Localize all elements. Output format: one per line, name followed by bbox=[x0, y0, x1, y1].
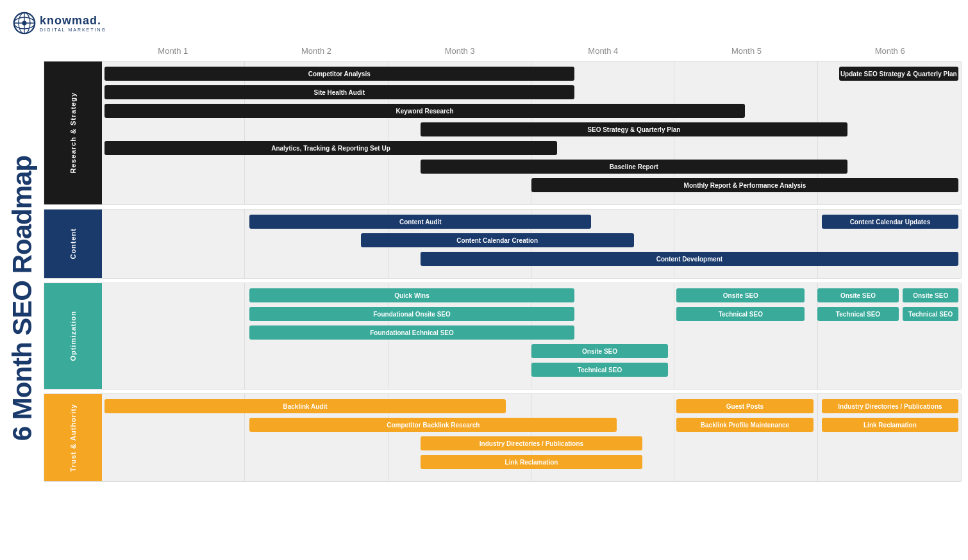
gantt-wrapper: Month 1 Month 2 Month 3 Month 4 Month 5 … bbox=[38, 44, 962, 554]
section-label-text-optimization: Optimization bbox=[69, 311, 77, 361]
task-bar: Foundational Onsite SEO bbox=[249, 307, 574, 321]
section-label-text-content: Content bbox=[69, 228, 77, 259]
task-bar: Competitor Backlink Research bbox=[249, 418, 617, 432]
task-bar: Monthly Report & Performance Analysis bbox=[531, 178, 958, 192]
section-trust: Trust & AuthorityBacklink AuditGuest Pos… bbox=[44, 393, 962, 482]
section-label-text-trust: Trust & Authority bbox=[69, 404, 77, 472]
section-label-text-research: Research & Strategy bbox=[69, 92, 77, 174]
logo-area: knowmad. DIGITAL MARKETING bbox=[13, 12, 106, 35]
month-2-label: Month 2 bbox=[245, 44, 388, 58]
task-bar: Onsite SEO bbox=[903, 288, 958, 302]
section-optimization: OptimizationQuick WinsOnsite SEOOnsite S… bbox=[44, 283, 962, 390]
task-bar: Onsite SEO bbox=[531, 344, 668, 358]
task-bar: Quick Wins bbox=[249, 288, 574, 302]
task-bar: Link Reclamation bbox=[822, 418, 958, 432]
task-bar: Update SEO Strategy & Quarterly Plan bbox=[839, 67, 958, 81]
logo-name: knowmad. bbox=[40, 14, 106, 28]
header: knowmad. DIGITAL MARKETING bbox=[6, 6, 962, 40]
month-3-label: Month 3 bbox=[388, 44, 531, 58]
logo-text: knowmad. DIGITAL MARKETING bbox=[40, 14, 106, 32]
section-content-optimization: Quick WinsOnsite SEOOnsite SEOOnsite SEO… bbox=[102, 283, 961, 389]
section-content: ContentContent AuditContent Calendar Upd… bbox=[44, 209, 962, 279]
task-bar: Competitor Analysis bbox=[104, 67, 574, 81]
task-bar: Analytics, Tracking & Reporting Set Up bbox=[104, 141, 557, 155]
task-bar: Content Audit bbox=[249, 215, 591, 229]
task-bar: Technical SEO bbox=[531, 363, 668, 377]
task-bar: Foundational Echnical SEO bbox=[249, 325, 574, 340]
page-wrapper: knowmad. DIGITAL MARKETING 6 Month SEO R… bbox=[0, 0, 968, 560]
task-bar: Onsite SEO bbox=[817, 288, 899, 302]
task-bar: Guest Posts bbox=[676, 399, 813, 413]
section-research: Research & StrategyCompetitor AnalysisUp… bbox=[44, 61, 962, 205]
task-bar: Backlink Audit bbox=[104, 399, 506, 413]
section-label-trust: Trust & Authority bbox=[44, 394, 102, 481]
task-bar: Industry Directories / Publications bbox=[421, 436, 642, 450]
task-bar: SEO Strategy & Quarterly Plan bbox=[421, 122, 847, 136]
month-6-label: Month 6 bbox=[818, 44, 962, 58]
section-label-content: Content bbox=[44, 210, 102, 278]
task-bar: Link Reclamation bbox=[421, 455, 642, 469]
section-label-optimization: Optimization bbox=[44, 283, 102, 389]
logo-icon bbox=[13, 12, 36, 35]
gantt-sections: Research & StrategyCompetitor AnalysisUp… bbox=[44, 61, 962, 486]
task-bar: Backlink Profile Maintenance bbox=[676, 418, 813, 432]
main-area: 6 Month SEO Roadmap Month 1 Month 2 Mont… bbox=[6, 44, 962, 554]
task-bar: Industry Directories / Publications bbox=[822, 399, 958, 413]
month-header-row: Month 1 Month 2 Month 3 Month 4 Month 5 … bbox=[44, 44, 962, 58]
page-title: 6 Month SEO Roadmap bbox=[6, 156, 38, 441]
logo-sub: DIGITAL MARKETING bbox=[40, 28, 106, 32]
month-4-label: Month 4 bbox=[531, 44, 675, 58]
task-bar: Content Calendar Updates bbox=[822, 215, 958, 229]
task-bar: Technical SEO bbox=[903, 307, 958, 321]
task-bar: Site Health Audit bbox=[104, 85, 574, 99]
task-bar: Technical SEO bbox=[817, 307, 899, 321]
task-bar: Technical SEO bbox=[676, 307, 805, 321]
section-content-research: Competitor AnalysisUpdate SEO Strategy &… bbox=[102, 62, 961, 204]
task-bar: Keyword Research bbox=[104, 104, 745, 118]
task-bar: Content Calendar Creation bbox=[361, 233, 634, 247]
section-content-trust: Backlink AuditGuest PostsIndustry Direct… bbox=[102, 394, 961, 481]
task-bar: Onsite SEO bbox=[676, 288, 805, 302]
section-label-research: Research & Strategy bbox=[44, 62, 102, 204]
task-bar: Content Development bbox=[421, 252, 958, 266]
month-5-label: Month 5 bbox=[675, 44, 819, 58]
month-1-label: Month 1 bbox=[101, 44, 245, 58]
task-bar: Baseline Report bbox=[421, 160, 847, 174]
section-content-content: Content AuditContent Calendar UpdatesCon… bbox=[102, 210, 961, 278]
